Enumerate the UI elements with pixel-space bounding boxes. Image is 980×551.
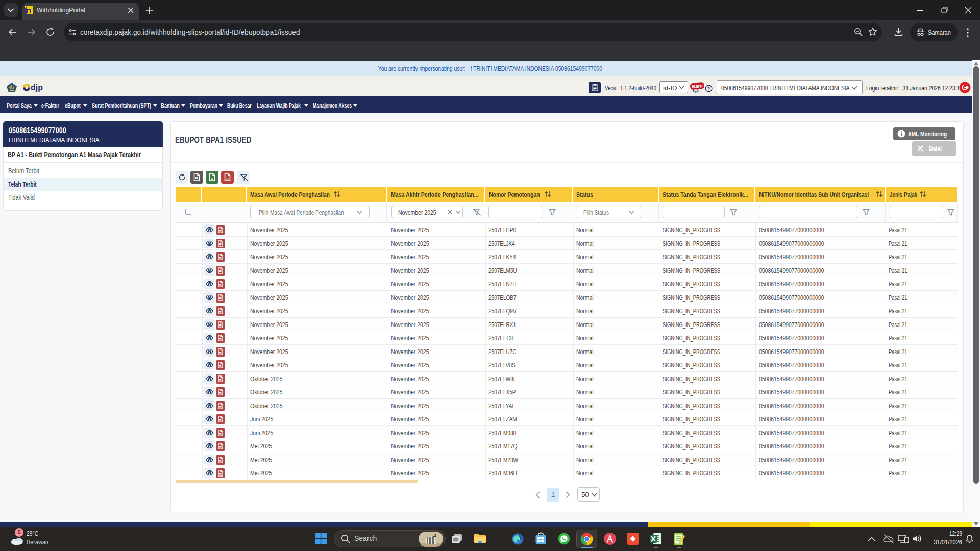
svg-text:x: x: [211, 177, 213, 180]
svg-text:?: ?: [707, 86, 710, 91]
svg-text:A: A: [226, 177, 229, 180]
